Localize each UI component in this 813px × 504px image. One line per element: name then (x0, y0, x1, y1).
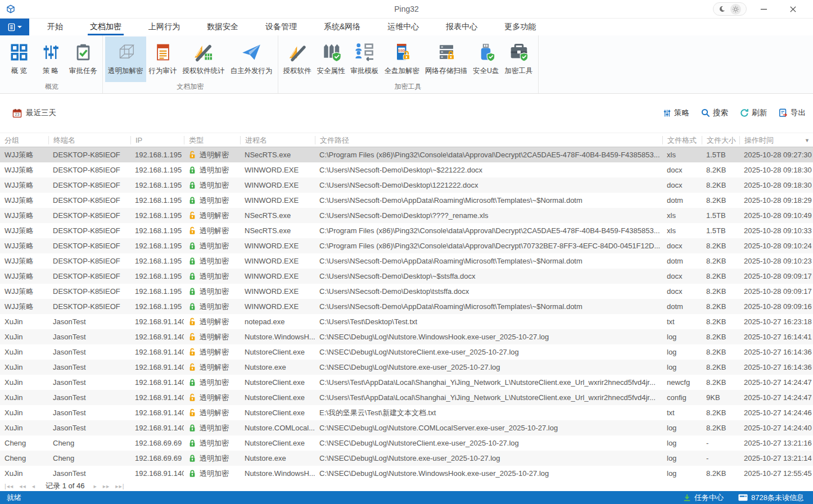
column-header[interactable]: 分组 (0, 136, 48, 144)
cell-ip: 192.168.91.140 (130, 333, 184, 341)
ribbon-item-secure-usb[interactable]: 安全U盘 (470, 37, 502, 82)
ribbon-item-full-disk-crypt[interactable]: SSD全盘加解密 (382, 37, 423, 82)
pagination-first-button[interactable]: |◂◂ (4, 483, 13, 489)
ribbon-item-behavior-audit[interactable]: 行为审计 (146, 37, 180, 82)
cell-group: XuJin (0, 393, 48, 402)
type-label: 透明加密 (200, 287, 229, 297)
table-row[interactable]: WJJ策略DESKTOP-K85IEOF192.168.1.195透明解密NSe… (0, 208, 813, 223)
column-header[interactable]: 文件路径 (315, 136, 662, 144)
table-row[interactable]: WJJ策略DESKTOP-K85IEOF192.168.1.195透明加密WIN… (0, 253, 813, 269)
ribbon-item-outgoing-send[interactable]: 自主外发行为 (228, 37, 275, 82)
ribbon-item-encryption-tools[interactable]: 加密工具 (502, 37, 536, 82)
task-center-button[interactable]: 任务中心 (683, 493, 724, 503)
lock-open-icon (188, 333, 196, 341)
table-row[interactable]: XuJinJasonTest192.168.91.140透明解密Nutstore… (0, 405, 813, 420)
lock-closed-icon (188, 257, 196, 265)
ribbon-tab[interactable]: 上网行为 (135, 19, 193, 35)
table-row[interactable]: XuJinJasonTest192.168.91.140透明解密notepad.… (0, 314, 813, 329)
cell-group: WJJ策略 (0, 150, 48, 160)
ribbon-item-transparent-crypt-cube[interactable]: 透明加解密 (105, 37, 146, 82)
column-header[interactable]: 类型 (184, 136, 240, 144)
table-row[interactable]: WJJ策略DESKTOP-K85IEOF192.168.1.195透明加密WIN… (0, 299, 813, 314)
ribbon-item-approval-template[interactable]: 审批模板 (348, 37, 382, 82)
ribbon-item-authorized-software-stats[interactable]: 授权软件统计 (180, 37, 228, 82)
ribbon-tab[interactable]: 运维中心 (374, 19, 432, 35)
table-row[interactable]: WJJ策略DESKTOP-K85IEOF192.168.1.195透明加密WIN… (0, 284, 813, 299)
pagination-fast-prev-button[interactable]: ◂◂ (19, 483, 26, 489)
pagination-fast-next-button[interactable]: ▸▸ (103, 483, 110, 489)
cell-size: - (702, 454, 739, 462)
column-header[interactable]: 文件格式 (662, 136, 702, 144)
table-row[interactable]: XuJinJasonTest192.168.91.140透明加密Nutstore… (0, 420, 813, 435)
lock-open-icon (188, 226, 196, 235)
table-row[interactable]: WJJ策略DESKTOP-K85IEOF192.168.1.195透明加密WIN… (0, 269, 813, 284)
refresh-button[interactable]: 刷新 (740, 108, 767, 118)
table-row[interactable]: WJJ策略DESKTOP-K85IEOF192.168.1.195透明解密NSe… (0, 147, 813, 162)
ribbon-tab[interactable]: 更多功能 (491, 19, 549, 35)
cell-size: 1.5TB (702, 226, 739, 235)
cell-terminal: DESKTOP-K85IEOF (48, 196, 130, 205)
cell-format: log (662, 439, 702, 447)
table-row[interactable]: XuJinJasonTest192.168.91.140透明加密Nutstore… (0, 375, 813, 390)
cell-size: 8.2KB (702, 424, 739, 432)
cell-path: C:\Users\NSecsoft-Demo\AppData\Roaming\M… (315, 196, 662, 205)
ribbon-item-security-attributes[interactable]: 安全属性 (314, 37, 348, 82)
pagination-prev-button[interactable]: ◂ (32, 483, 35, 489)
tab-strip: 开始文档加密上网行为数据安全设备管理系统&网络运维中心报表中心更多功能 (34, 19, 549, 35)
ribbon-item-authorized-software[interactable]: 授权软件 (281, 37, 314, 82)
pagination-last-button[interactable]: ▸▸| (115, 483, 124, 489)
column-header[interactable]: 文件大小 (702, 136, 739, 144)
date-range-filter[interactable]: 23 最近三天 (12, 108, 56, 118)
close-button[interactable] (780, 1, 805, 17)
minimize-button[interactable] (751, 1, 776, 17)
ribbon-item-approval-tasks[interactable]: 审批任务 (66, 37, 100, 82)
pagination-next-button[interactable]: ▸ (93, 483, 97, 489)
calendar-icon: 23 (12, 108, 22, 118)
unread-messages-button[interactable]: 8728条未读信息 (738, 493, 804, 503)
date-range-label: 最近三天 (26, 108, 56, 118)
table-row[interactable]: XuJinJasonTest192.168.91.140透明解密Nutstore… (0, 390, 813, 405)
cell-terminal: DESKTOP-K85IEOF (48, 166, 130, 174)
table-row[interactable]: WJJ策略DESKTOP-K85IEOF192.168.1.195透明加密WIN… (0, 162, 813, 178)
table-row[interactable]: XuJinJasonTest192.168.91.140透明解密Nutstore… (0, 344, 813, 360)
ribbon-item-label: 行为审计 (149, 66, 177, 76)
type-label: 透明解密 (200, 362, 229, 373)
table-row[interactable]: WJJ策略DESKTOP-K85IEOF192.168.1.195透明加密WIN… (0, 193, 813, 208)
ribbon-item-policy-sliders[interactable]: 策 略 (35, 37, 66, 82)
export-button[interactable]: 导出 (779, 108, 806, 118)
ribbon-tab[interactable]: 数据安全 (193, 19, 252, 35)
app-menu-button[interactable] (0, 19, 29, 35)
table-row[interactable]: XuJinJasonTest192.168.91.140透明解密Nutstore… (0, 360, 813, 375)
ribbon-tab[interactable]: 报表中心 (432, 19, 491, 35)
column-header[interactable]: 进程名 (240, 136, 315, 144)
table-row[interactable]: XuJinJasonTest192.168.91.140透明解密Nutstore… (0, 329, 813, 344)
cell-time: 2025-10-28 09:18:30 (739, 181, 813, 189)
cell-ip: 192.168.1.195 (130, 181, 184, 189)
column-header[interactable]: IP (130, 136, 184, 144)
column-header[interactable]: 操作时间 (739, 136, 813, 144)
table-row[interactable]: ChengCheng192.168.69.69透明加密Nutstore.exeC… (0, 451, 813, 466)
ribbon-tab[interactable]: 设备管理 (252, 19, 310, 35)
table-row[interactable]: WJJ策略DESKTOP-K85IEOF192.168.1.195透明解密NSe… (0, 223, 813, 238)
transparent-crypt-cube-icon (115, 40, 136, 65)
ribbon-tab[interactable]: 开始 (34, 19, 76, 35)
column-chooser-caret-icon[interactable]: ▼ (805, 138, 810, 143)
search-button[interactable]: 搜索 (701, 108, 728, 118)
moon-icon[interactable] (719, 6, 725, 12)
ribbon-tab[interactable]: 文档加密 (76, 19, 135, 35)
ribbon-tab[interactable]: 系统&网络 (310, 19, 374, 35)
ribbon-item-network-storage-scan[interactable]: 网络存储扫描 (422, 37, 470, 82)
ribbon-item-overview-grid[interactable]: 概 览 (3, 37, 35, 82)
table-row[interactable]: WJJ策略DESKTOP-K85IEOF192.168.1.195透明加密WIN… (0, 178, 813, 193)
sun-icon[interactable] (732, 6, 739, 13)
table-row[interactable]: XuJinJasonTest192.168.91.140透明加密Nutstore… (0, 466, 813, 481)
theme-toggle[interactable] (713, 2, 747, 16)
cell-path: C:\NSEC\Debug\Log\Nutstore.exe-user_2025… (315, 363, 662, 371)
policy-button[interactable]: 策略 (663, 108, 689, 118)
table-row[interactable]: WJJ策略DESKTOP-K85IEOF192.168.1.195透明加密WIN… (0, 238, 813, 253)
table-row[interactable]: ChengCheng192.168.69.69透明加密NutstoreClien… (0, 435, 813, 451)
cell-process: WINWORD.EXE (240, 287, 315, 296)
column-header[interactable]: 终端名 (48, 136, 130, 144)
ribbon-group-label: 加密工具 (278, 82, 538, 93)
cell-size: - (702, 439, 739, 447)
